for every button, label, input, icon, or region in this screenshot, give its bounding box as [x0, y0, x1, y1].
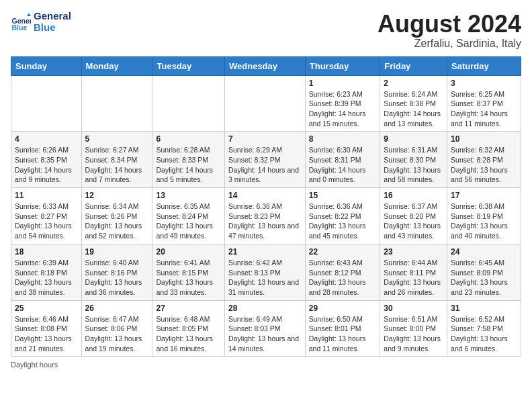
- week-row-1: 4Sunrise: 6:26 AM Sunset: 8:35 PM Daylig…: [11, 132, 521, 188]
- day-info: Sunrise: 6:43 AM Sunset: 8:12 PM Dayligh…: [309, 258, 377, 298]
- day-number: 26: [85, 304, 149, 313]
- day-number: 6: [156, 134, 221, 144]
- calendar-cell: 12Sunrise: 6:34 AM Sunset: 8:26 PM Dayli…: [81, 188, 152, 244]
- day-info: Sunrise: 6:48 AM Sunset: 8:05 PM Dayligh…: [156, 314, 221, 354]
- calendar-cell: 24Sunrise: 6:45 AM Sunset: 8:09 PM Dayli…: [447, 244, 521, 300]
- day-header-thursday: Thursday: [305, 56, 380, 75]
- svg-text:Blue: Blue: [12, 24, 28, 32]
- day-info: Sunrise: 6:40 AM Sunset: 8:16 PM Dayligh…: [85, 258, 149, 298]
- day-number: 29: [309, 304, 377, 313]
- day-info: Sunrise: 6:32 AM Sunset: 8:28 PM Dayligh…: [451, 145, 517, 185]
- calendar-cell: 11Sunrise: 6:33 AM Sunset: 8:27 PM Dayli…: [11, 188, 82, 244]
- day-info: Sunrise: 6:41 AM Sunset: 8:15 PM Dayligh…: [156, 258, 221, 298]
- calendar-cell: 19Sunrise: 6:40 AM Sunset: 8:16 PM Dayli…: [81, 244, 152, 300]
- calendar-cell: 22Sunrise: 6:43 AM Sunset: 8:12 PM Dayli…: [305, 244, 380, 300]
- svg-marker-2: [27, 13, 31, 16]
- day-info: Sunrise: 6:51 AM Sunset: 8:00 PM Dayligh…: [384, 314, 443, 354]
- day-info: Sunrise: 6:34 AM Sunset: 8:26 PM Dayligh…: [85, 201, 149, 241]
- day-info: Sunrise: 6:42 AM Sunset: 8:13 PM Dayligh…: [228, 258, 302, 298]
- calendar-cell: 7Sunrise: 6:29 AM Sunset: 8:32 PM Daylig…: [224, 132, 305, 188]
- day-info: Sunrise: 6:52 AM Sunset: 7:58 PM Dayligh…: [451, 314, 517, 354]
- calendar-cell: 5Sunrise: 6:27 AM Sunset: 8:34 PM Daylig…: [81, 132, 152, 188]
- day-header-wednesday: Wednesday: [224, 56, 305, 75]
- calendar-cell: 14Sunrise: 6:36 AM Sunset: 8:23 PM Dayli…: [224, 188, 305, 244]
- day-info: Sunrise: 6:24 AM Sunset: 8:38 PM Dayligh…: [384, 89, 443, 129]
- day-info: Sunrise: 6:23 AM Sunset: 8:39 PM Dayligh…: [309, 89, 377, 129]
- day-number: 7: [228, 134, 302, 144]
- day-number: 19: [85, 247, 149, 257]
- calendar-cell: 8Sunrise: 6:30 AM Sunset: 8:31 PM Daylig…: [305, 132, 380, 188]
- day-number: 8: [309, 134, 377, 144]
- day-number: 25: [15, 304, 78, 313]
- day-info: Sunrise: 6:28 AM Sunset: 8:33 PM Dayligh…: [156, 145, 221, 185]
- day-number: 24: [451, 247, 517, 257]
- day-number: 11: [15, 191, 78, 200]
- day-info: Sunrise: 6:50 AM Sunset: 8:01 PM Dayligh…: [309, 314, 377, 354]
- calendar-cell: [224, 75, 305, 132]
- day-number: 9: [384, 134, 443, 144]
- calendar-cell: 9Sunrise: 6:31 AM Sunset: 8:30 PM Daylig…: [380, 132, 447, 188]
- day-header-tuesday: Tuesday: [152, 56, 225, 75]
- calendar-header-row: SundayMondayTuesdayWednesdayThursdayFrid…: [11, 56, 521, 75]
- day-info: Sunrise: 6:35 AM Sunset: 8:24 PM Dayligh…: [156, 201, 221, 241]
- logo-line2: Blue: [34, 22, 71, 34]
- day-number: 4: [15, 134, 78, 144]
- week-row-3: 18Sunrise: 6:39 AM Sunset: 8:18 PM Dayli…: [11, 244, 521, 300]
- day-info: Sunrise: 6:36 AM Sunset: 8:23 PM Dayligh…: [228, 201, 302, 241]
- day-number: 30: [384, 304, 443, 313]
- day-info: Sunrise: 6:49 AM Sunset: 8:03 PM Dayligh…: [228, 314, 302, 354]
- day-info: Sunrise: 6:30 AM Sunset: 8:31 PM Dayligh…: [309, 145, 377, 185]
- day-info: Sunrise: 6:46 AM Sunset: 8:08 PM Dayligh…: [15, 314, 78, 354]
- day-number: 20: [156, 247, 221, 257]
- day-number: 12: [85, 191, 149, 200]
- week-row-2: 11Sunrise: 6:33 AM Sunset: 8:27 PM Dayli…: [11, 188, 521, 244]
- calendar-cell: 1Sunrise: 6:23 AM Sunset: 8:39 PM Daylig…: [305, 75, 380, 132]
- day-number: 13: [156, 191, 221, 200]
- day-info: Sunrise: 6:27 AM Sunset: 8:34 PM Dayligh…: [85, 145, 149, 185]
- calendar-cell: 28Sunrise: 6:49 AM Sunset: 8:03 PM Dayli…: [224, 300, 305, 357]
- day-number: 5: [85, 134, 149, 144]
- day-number: 17: [451, 191, 517, 200]
- calendar-cell: 26Sunrise: 6:47 AM Sunset: 8:06 PM Dayli…: [81, 300, 152, 357]
- day-number: 1: [309, 79, 377, 88]
- title-area: August 2024 Zerfaliu, Sardinia, Italy: [378, 11, 521, 50]
- footer-note: Daylight hours: [11, 361, 521, 369]
- day-info: Sunrise: 6:31 AM Sunset: 8:30 PM Dayligh…: [384, 145, 443, 185]
- day-number: 18: [15, 247, 78, 257]
- day-number: 10: [451, 134, 517, 144]
- logo-line1: General: [34, 11, 71, 22]
- logo: General Blue General Blue: [11, 11, 71, 33]
- calendar-body: 1Sunrise: 6:23 AM Sunset: 8:39 PM Daylig…: [11, 75, 521, 357]
- calendar-cell: [81, 75, 152, 132]
- calendar-cell: 17Sunrise: 6:38 AM Sunset: 8:19 PM Dayli…: [447, 188, 521, 244]
- calendar-cell: 20Sunrise: 6:41 AM Sunset: 8:15 PM Dayli…: [152, 244, 225, 300]
- day-info: Sunrise: 6:36 AM Sunset: 8:22 PM Dayligh…: [309, 201, 377, 241]
- day-number: 14: [228, 191, 302, 200]
- day-info: Sunrise: 6:44 AM Sunset: 8:11 PM Dayligh…: [384, 258, 443, 298]
- calendar-cell: 3Sunrise: 6:25 AM Sunset: 8:37 PM Daylig…: [447, 75, 521, 132]
- calendar-cell: 6Sunrise: 6:28 AM Sunset: 8:33 PM Daylig…: [152, 132, 225, 188]
- day-info: Sunrise: 6:29 AM Sunset: 8:32 PM Dayligh…: [228, 145, 302, 185]
- calendar-cell: 4Sunrise: 6:26 AM Sunset: 8:35 PM Daylig…: [11, 132, 82, 188]
- calendar-cell: [152, 75, 225, 132]
- day-number: 21: [228, 247, 302, 257]
- day-info: Sunrise: 6:45 AM Sunset: 8:09 PM Dayligh…: [451, 258, 517, 298]
- day-number: 22: [309, 247, 377, 257]
- day-number: 27: [156, 304, 221, 313]
- calendar-cell: 18Sunrise: 6:39 AM Sunset: 8:18 PM Dayli…: [11, 244, 82, 300]
- logo-icon: General Blue: [11, 12, 31, 32]
- day-info: Sunrise: 6:38 AM Sunset: 8:19 PM Dayligh…: [451, 201, 517, 241]
- calendar-cell: 2Sunrise: 6:24 AM Sunset: 8:38 PM Daylig…: [380, 75, 447, 132]
- day-info: Sunrise: 6:33 AM Sunset: 8:27 PM Dayligh…: [15, 201, 78, 241]
- calendar-cell: 10Sunrise: 6:32 AM Sunset: 8:28 PM Dayli…: [447, 132, 521, 188]
- day-number: 15: [309, 191, 377, 200]
- calendar-subtitle: Zerfaliu, Sardinia, Italy: [378, 38, 521, 50]
- day-header-monday: Monday: [81, 56, 152, 75]
- day-number: 31: [451, 304, 517, 313]
- day-info: Sunrise: 6:37 AM Sunset: 8:20 PM Dayligh…: [384, 201, 443, 241]
- calendar-cell: 30Sunrise: 6:51 AM Sunset: 8:00 PM Dayli…: [380, 300, 447, 357]
- calendar-cell: [11, 75, 82, 132]
- day-number: 23: [384, 247, 443, 257]
- day-info: Sunrise: 6:47 AM Sunset: 8:06 PM Dayligh…: [85, 314, 149, 354]
- calendar-table: SundayMondayTuesdayWednesdayThursdayFrid…: [11, 56, 521, 357]
